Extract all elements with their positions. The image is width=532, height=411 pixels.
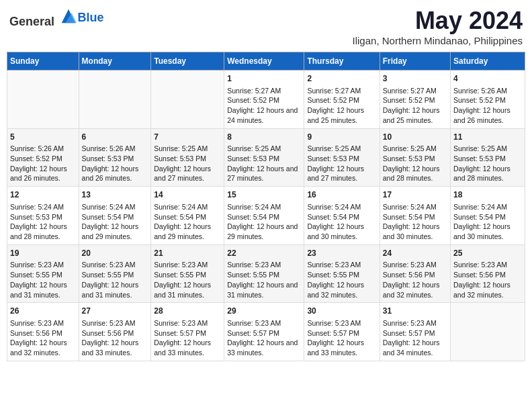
- daylight-text: Daylight: 12 hours and 26 minutes.: [82, 165, 139, 183]
- sunrise-text: Sunrise: 5:25 AM: [453, 144, 507, 152]
- day-cell-18: 18Sunrise: 5:24 AMSunset: 5:54 PMDayligh…: [451, 187, 525, 245]
- sunrise-text: Sunrise: 5:27 AM: [227, 87, 281, 95]
- day-number: 12: [10, 189, 76, 201]
- sunset-text: Sunset: 5:55 PM: [82, 271, 134, 279]
- day-cell-14: 14Sunrise: 5:24 AMSunset: 5:54 PMDayligh…: [151, 187, 224, 245]
- sunset-text: Sunset: 5:56 PM: [82, 329, 134, 337]
- week-row-5: 26Sunrise: 5:23 AMSunset: 5:56 PMDayligh…: [7, 303, 525, 361]
- sunset-text: Sunset: 5:53 PM: [82, 154, 134, 163]
- daylight-text: Daylight: 12 hours and 26 minutes.: [453, 106, 511, 124]
- day-number: 19: [10, 248, 76, 259]
- day-number: 18: [453, 189, 522, 201]
- day-cell-19: 19Sunrise: 5:23 AMSunset: 5:55 PMDayligh…: [7, 244, 79, 303]
- week-row-2: 5Sunrise: 5:26 AMSunset: 5:52 PMDaylight…: [7, 128, 525, 187]
- daylight-text: Daylight: 12 hours and 25 minutes.: [307, 106, 364, 124]
- daylight-text: Daylight: 12 hours and 32 minutes.: [453, 281, 511, 299]
- day-number: 2: [307, 73, 376, 85]
- daylight-text: Daylight: 12 hours and 28 minutes.: [383, 165, 440, 183]
- sunset-text: Sunset: 5:54 PM: [307, 213, 359, 221]
- sunrise-text: Sunrise: 5:23 AM: [10, 319, 64, 327]
- sunset-text: Sunset: 5:53 PM: [307, 154, 359, 163]
- daylight-text: Daylight: 12 hours and 30 minutes.: [307, 222, 364, 240]
- day-cell-10: 10Sunrise: 5:25 AMSunset: 5:53 PMDayligh…: [380, 128, 450, 187]
- daylight-text: Daylight: 12 hours and 31 minutes.: [154, 281, 211, 299]
- daylight-text: Daylight: 12 hours and 33 minutes.: [227, 338, 298, 357]
- day-cell-1: 1Sunrise: 5:27 AMSunset: 5:52 PMDaylight…: [224, 71, 304, 129]
- sunset-text: Sunset: 5:54 PM: [453, 213, 506, 221]
- subtitle: Iligan, Northern Mindanao, Philippines: [353, 35, 523, 46]
- sunrise-text: Sunrise: 5:23 AM: [82, 261, 136, 269]
- weekday-header-thursday: Thursday: [304, 52, 380, 71]
- day-number: 20: [82, 248, 148, 259]
- day-cell-25: 25Sunrise: 5:23 AMSunset: 5:56 PMDayligh…: [451, 244, 525, 303]
- day-number: 21: [154, 248, 221, 259]
- daylight-text: Daylight: 12 hours and 33 minutes.: [82, 338, 139, 357]
- daylight-text: Daylight: 12 hours and 33 minutes.: [307, 338, 364, 357]
- day-number: 30: [307, 306, 376, 317]
- day-cell-5: 5Sunrise: 5:26 AMSunset: 5:52 PMDaylight…: [7, 128, 79, 187]
- day-cell-23: 23Sunrise: 5:23 AMSunset: 5:55 PMDayligh…: [304, 244, 380, 303]
- day-cell-31: 31Sunrise: 5:23 AMSunset: 5:57 PMDayligh…: [380, 303, 450, 361]
- daylight-text: Daylight: 12 hours and 30 minutes.: [453, 222, 511, 240]
- day-number: 11: [453, 132, 522, 143]
- daylight-text: Daylight: 12 hours and 28 minutes.: [453, 165, 511, 183]
- sunset-text: Sunset: 5:52 PM: [227, 96, 279, 104]
- sunrise-text: Sunrise: 5:24 AM: [154, 203, 208, 211]
- sunrise-text: Sunrise: 5:23 AM: [82, 319, 136, 327]
- sunrise-text: Sunrise: 5:24 AM: [307, 203, 361, 211]
- daylight-text: Daylight: 12 hours and 31 minutes.: [10, 281, 67, 299]
- day-number: 6: [82, 132, 148, 143]
- sunset-text: Sunset: 5:52 PM: [453, 96, 506, 104]
- weekday-header-wednesday: Wednesday: [224, 52, 304, 71]
- sunrise-text: Sunrise: 5:24 AM: [82, 203, 136, 211]
- sunset-text: Sunset: 5:55 PM: [307, 271, 359, 279]
- day-cell-15: 15Sunrise: 5:24 AMSunset: 5:54 PMDayligh…: [224, 187, 304, 245]
- day-number: 16: [307, 189, 376, 201]
- week-row-4: 19Sunrise: 5:23 AMSunset: 5:55 PMDayligh…: [7, 244, 525, 303]
- sunset-text: Sunset: 5:56 PM: [383, 271, 435, 279]
- empty-cell: [79, 71, 151, 129]
- main-title: May 2024: [353, 7, 523, 35]
- sunset-text: Sunset: 5:57 PM: [383, 329, 435, 337]
- daylight-text: Daylight: 12 hours and 27 minutes.: [154, 165, 211, 183]
- day-number: 24: [383, 248, 447, 259]
- daylight-text: Daylight: 12 hours and 27 minutes.: [227, 165, 298, 183]
- sunrise-text: Sunrise: 5:26 AM: [82, 144, 136, 152]
- sunrise-text: Sunrise: 5:24 AM: [383, 203, 437, 211]
- day-number: 10: [383, 132, 447, 143]
- day-number: 5: [10, 132, 76, 143]
- weekday-header-sunday: Sunday: [7, 52, 79, 71]
- daylight-text: Daylight: 12 hours and 29 minutes.: [227, 222, 298, 240]
- day-number: 8: [227, 132, 301, 143]
- day-cell-4: 4Sunrise: 5:26 AMSunset: 5:52 PMDaylight…: [451, 71, 525, 129]
- weekday-header-monday: Monday: [79, 52, 151, 71]
- weekday-header-friday: Friday: [380, 52, 450, 71]
- empty-cell: [451, 303, 525, 361]
- daylight-text: Daylight: 12 hours and 33 minutes.: [154, 338, 211, 357]
- sunrise-text: Sunrise: 5:25 AM: [383, 144, 437, 152]
- sunset-text: Sunset: 5:53 PM: [154, 154, 206, 163]
- day-cell-9: 9Sunrise: 5:25 AMSunset: 5:53 PMDaylight…: [304, 128, 380, 187]
- sunrise-text: Sunrise: 5:25 AM: [154, 144, 208, 152]
- logo-general-text: General: [9, 15, 54, 28]
- daylight-text: Daylight: 12 hours and 26 minutes.: [10, 165, 67, 183]
- day-number: 7: [154, 132, 221, 143]
- sunset-text: Sunset: 5:53 PM: [383, 154, 435, 163]
- day-number: 15: [227, 189, 301, 201]
- day-cell-12: 12Sunrise: 5:24 AMSunset: 5:53 PMDayligh…: [7, 187, 79, 245]
- sunrise-text: Sunrise: 5:23 AM: [227, 261, 281, 269]
- sunrise-text: Sunrise: 5:27 AM: [307, 87, 361, 95]
- day-number: 23: [307, 248, 376, 259]
- sunrise-text: Sunrise: 5:26 AM: [453, 87, 507, 95]
- day-cell-20: 20Sunrise: 5:23 AMSunset: 5:55 PMDayligh…: [79, 244, 151, 303]
- sunrise-text: Sunrise: 5:24 AM: [227, 203, 281, 211]
- sunset-text: Sunset: 5:53 PM: [453, 154, 506, 163]
- daylight-text: Daylight: 12 hours and 32 minutes.: [307, 281, 364, 299]
- day-number: 3: [383, 73, 447, 85]
- week-row-1: 1Sunrise: 5:27 AMSunset: 5:52 PMDaylight…: [7, 71, 525, 129]
- day-cell-3: 3Sunrise: 5:27 AMSunset: 5:52 PMDaylight…: [380, 71, 450, 129]
- sunset-text: Sunset: 5:54 PM: [82, 213, 134, 221]
- header: General Blue May 2024 Iligan, Northern M…: [7, 7, 525, 46]
- sunrise-text: Sunrise: 5:24 AM: [453, 203, 507, 211]
- sunset-text: Sunset: 5:53 PM: [227, 154, 279, 163]
